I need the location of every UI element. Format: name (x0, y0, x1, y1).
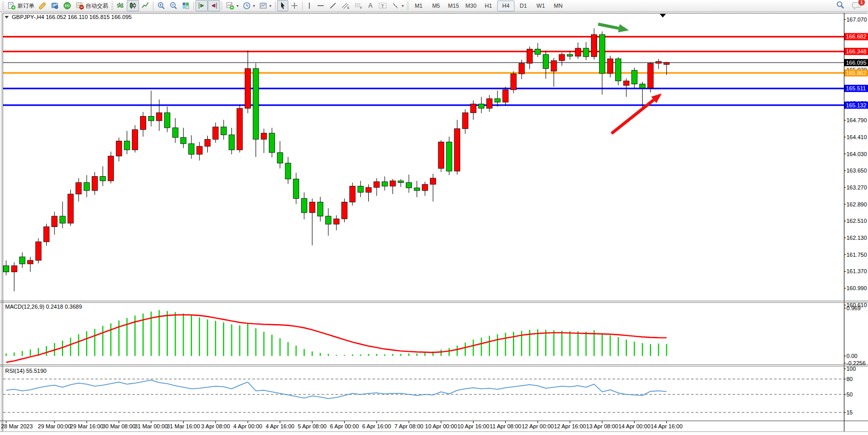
zoom-out-button[interactable] (167, 0, 180, 11)
candle-body (44, 227, 49, 242)
candle-body (455, 129, 460, 172)
text-icon: A (367, 2, 374, 10)
price-tick-label: 164.790 (846, 117, 867, 123)
candle-body (535, 49, 541, 54)
zoom-in-button[interactable] (155, 0, 167, 11)
candlestick-mode-button[interactable] (127, 0, 139, 11)
candle-body (221, 127, 226, 135)
toolbar-drag-handle[interactable] (407, 2, 409, 10)
arrows-tool-button[interactable]: ▾ (389, 0, 406, 11)
bar-chart-mode-button[interactable] (114, 0, 127, 11)
fibonacci-tool-button[interactable]: F (352, 0, 365, 11)
auto-trading-button[interactable]: 自动交易 (73, 0, 110, 11)
candle-body (318, 202, 323, 216)
auto-scroll-button[interactable] (195, 0, 208, 11)
auto-scroll-icon (198, 2, 206, 10)
candlestick-icon (129, 2, 137, 10)
candle-body (172, 128, 178, 138)
timeframe-button-m30[interactable]: M30 (462, 1, 480, 11)
cursor-tool-button[interactable] (277, 0, 288, 11)
timeframe-button-h4[interactable]: H4 (497, 1, 515, 11)
candle-body (156, 113, 162, 121)
tile-windows-button[interactable] (180, 0, 192, 11)
timeframe-button-m15[interactable]: M15 (445, 1, 462, 11)
candle-body (148, 116, 154, 121)
text-tool-button[interactable]: A (365, 0, 376, 11)
toolbar-drag-handle[interactable] (111, 2, 113, 10)
indicators-button[interactable]: ▾ (224, 0, 241, 11)
crosshair-icon (290, 2, 299, 10)
toolbar-drag-handle[interactable] (2, 2, 4, 10)
candle-body (591, 34, 597, 56)
time-tick-label: 13 Apr 08:00 (586, 423, 618, 429)
line-chart-mode-button[interactable] (139, 0, 151, 11)
price-hline-label: 165.132 (846, 102, 866, 108)
macd-label: MACD(12,26,9) 0.2418 0.3689 (5, 304, 82, 310)
price-hline-label: 165.862 (846, 70, 866, 76)
timeframe-button-m5[interactable]: M5 (427, 1, 445, 11)
price-hline-label: 166.682 (846, 33, 866, 40)
time-tick-label: 14 Apr 16:00 (650, 423, 682, 429)
timeframe-button-w1[interactable]: W1 (532, 1, 549, 11)
timeframe-button-h1[interactable]: H1 (480, 1, 497, 11)
clock-icon (243, 2, 251, 10)
chart-shift-button[interactable] (208, 0, 220, 11)
candle-body (527, 49, 532, 64)
candle-body (84, 183, 90, 191)
auto-trading-icon (75, 2, 84, 10)
candle-body (293, 179, 299, 199)
candle-body (567, 54, 573, 56)
candle-body (648, 63, 654, 88)
candle-body (551, 61, 557, 71)
zoom-out-icon (169, 2, 177, 10)
market-watch-button[interactable] (36, 0, 49, 11)
candle-body (430, 178, 436, 184)
equidistant-channel-tool-button[interactable]: E (339, 0, 352, 11)
rsi-axis-label: 100 (846, 366, 856, 372)
candle (35, 238, 41, 263)
timeframe-button-d1[interactable]: D1 (515, 1, 532, 11)
candle-body (245, 69, 251, 108)
svg-text:E: E (347, 6, 349, 9)
text-label-tool-button[interactable]: T (376, 0, 389, 11)
crosshair-tool-button[interactable] (288, 0, 301, 11)
candle-body (205, 139, 210, 146)
equidistant-channel-icon: E (341, 2, 350, 10)
horizontal-line-tool-button[interactable] (314, 0, 327, 11)
time-tick-label: 14 Apr 00:00 (618, 423, 650, 429)
candle-body (640, 84, 645, 88)
macd-axis-label: 0.969 (846, 305, 861, 311)
data-window-button[interactable] (49, 0, 61, 11)
main-toolbar: 新订单 自动交易 ▾ ▾ (0, 0, 868, 12)
candle-body (462, 113, 468, 129)
timeframe-button-mn[interactable]: MN (549, 1, 567, 11)
new-order-button[interactable]: 新订单 (5, 0, 36, 11)
candle-body (511, 74, 517, 90)
candle (108, 152, 114, 183)
time-tick-label: 30 Mar 08:00 (102, 423, 135, 429)
new-order-label: 新订单 (17, 2, 34, 10)
time-tick-label: 31 Mar 00:00 (134, 423, 168, 429)
templates-button[interactable]: ▾ (257, 0, 273, 11)
candle-body (11, 266, 17, 272)
periods-button[interactable]: ▾ (241, 0, 257, 11)
time-tick-label: 28 Mar 2023 (1, 423, 33, 429)
candle-body (382, 182, 387, 186)
trendline-tool-button[interactable] (327, 0, 339, 11)
notifications-button[interactable]: 1 (852, 1, 862, 11)
candle-body (333, 219, 339, 224)
search-icon[interactable] (836, 1, 845, 11)
auto-trading-label: 自动交易 (86, 2, 108, 10)
candle-body (229, 135, 234, 150)
candle-body (261, 133, 267, 139)
timeframe-button-m1[interactable]: M1 (410, 1, 427, 11)
candle-body (60, 216, 65, 223)
candle-body (406, 183, 412, 188)
price-tick-label: 167.070 (846, 16, 867, 23)
vertical-line-tool-button[interactable] (304, 0, 314, 11)
candle-body (189, 144, 194, 155)
signals-button[interactable] (61, 0, 73, 11)
arrow-objects-icon (391, 2, 400, 10)
candle-body (277, 153, 283, 163)
candle-body (632, 70, 637, 84)
